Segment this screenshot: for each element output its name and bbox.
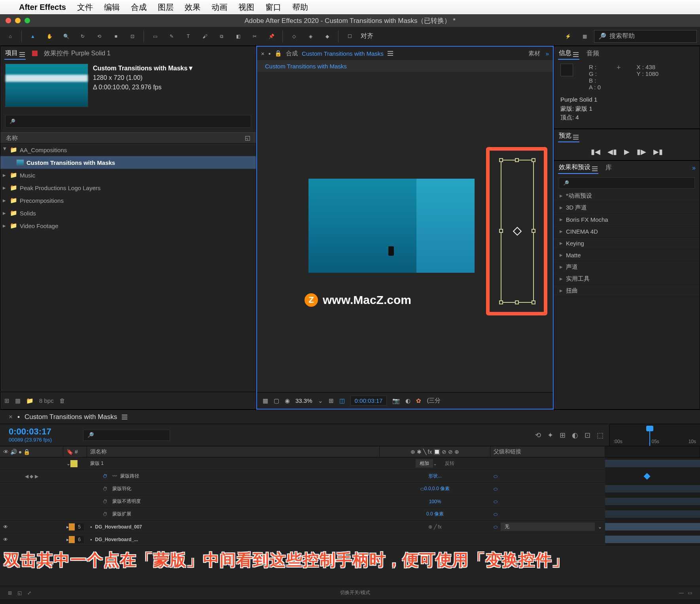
comp-title[interactable]: Custom Transitions with Masks▼ xyxy=(93,64,194,73)
orbit-tool[interactable]: ↻ xyxy=(76,29,90,43)
folder-solids[interactable]: ▸📁Solids xyxy=(0,207,256,219)
frame-blend-icon[interactable]: ⊞ xyxy=(560,431,566,440)
comp-thumbnail[interactable] xyxy=(5,64,88,107)
folder-aa-compositions[interactable]: ▸📁AA_Compositions xyxy=(0,143,256,156)
timeline-tab-name[interactable]: Custom Transitions with Masks xyxy=(25,413,117,421)
tab-info[interactable]: 信息 xyxy=(558,47,579,60)
mask-handle-top-left[interactable] xyxy=(499,158,503,162)
mask-handle-mid-left[interactable] xyxy=(499,229,503,233)
next-frame-button[interactable]: ▮▶ xyxy=(637,147,646,156)
fx-category-distort[interactable]: ▸扭曲 xyxy=(554,285,700,297)
toggle-switches-modes[interactable]: 切换开关/模式 xyxy=(340,589,370,596)
effects-menu-icon[interactable] xyxy=(592,168,598,169)
folder-music[interactable]: ▸📁Music xyxy=(0,169,256,181)
type-tool[interactable]: T xyxy=(181,29,195,43)
selection-tool[interactable]: ▲ xyxy=(26,29,40,43)
graph-editor-icon[interactable]: ⊡ xyxy=(585,431,590,440)
mask-opacity-row[interactable]: ⏱蒙版不透明度 100% ⬭ xyxy=(0,495,700,508)
info-menu-icon[interactable] xyxy=(573,54,579,55)
interpret-icon[interactable]: ⊞ xyxy=(4,397,9,404)
mask-path-row[interactable]: ◀ ◆ ▶ ⏱〰 蒙版路径 形状... ⬭ xyxy=(0,470,700,483)
mask-feather-value[interactable]: 0.0,0.0 像素 xyxy=(424,485,450,492)
col-source-name[interactable]: 源名称 xyxy=(87,446,380,457)
comp-panel-menu-icon[interactable] xyxy=(388,53,393,54)
toggle-switches-icon[interactable]: ⊞ xyxy=(8,590,12,596)
new-comp-button[interactable]: ▦ xyxy=(15,397,21,404)
zoom-out-icon[interactable]: — xyxy=(679,590,684,596)
menu-effect[interactable]: 效果 xyxy=(185,2,201,13)
search-help-input[interactable]: 🔎 搜索帮助 xyxy=(594,30,697,43)
close-timeline-tab[interactable]: × xyxy=(9,413,13,421)
stopwatch-icon[interactable]: ⏱ xyxy=(103,512,108,517)
mask-handle-top-right[interactable] xyxy=(532,158,535,162)
minimize-window-button[interactable] xyxy=(15,18,21,23)
menu-animation[interactable]: 动画 xyxy=(212,2,227,13)
zoom-caret-icon[interactable]: ⌄ xyxy=(318,397,323,404)
fx-category-utility[interactable]: ▸实用工具 xyxy=(554,273,700,285)
motion-blur-icon[interactable]: ◐ xyxy=(572,431,578,440)
stopwatch-icon[interactable]: ⏱ xyxy=(103,474,108,479)
snap-toggle[interactable]: ☐ xyxy=(342,29,357,43)
mask-handle-bottom-left[interactable] xyxy=(499,300,503,304)
play-button[interactable]: ▶ xyxy=(624,147,630,156)
mask-mode-dropdown[interactable]: 相加 xyxy=(416,459,433,468)
mask-handle-bottom-mid[interactable] xyxy=(515,300,519,304)
panel-menu-icon[interactable] xyxy=(19,54,25,55)
menu-composition[interactable]: 合成 xyxy=(131,2,147,13)
maximize-window-button[interactable] xyxy=(25,18,30,23)
current-time-display[interactable]: 0:00:03:17 xyxy=(350,396,387,406)
folder-peak-logo[interactable]: ▸📁Peak Productions Logo Layers xyxy=(0,181,256,194)
menu-help[interactable]: 帮助 xyxy=(292,2,308,13)
mask-expansion-row[interactable]: ⏱蒙版扩展 0.0 像素 ⬭ xyxy=(0,508,700,521)
mask-anchor-point[interactable] xyxy=(513,227,522,236)
camera-tool[interactable]: ■ xyxy=(109,29,123,43)
preview-menu-icon[interactable] xyxy=(573,137,579,138)
mask-path-value[interactable]: 形状... xyxy=(428,473,442,479)
roto-tool[interactable]: ✂ xyxy=(248,29,262,43)
tab-library[interactable]: 库 xyxy=(605,162,613,174)
col-parent[interactable]: 父级和链接 xyxy=(490,446,605,457)
transparency-grid-icon[interactable]: ▢ xyxy=(274,397,279,404)
project-search-input[interactable]: 🔎 xyxy=(5,115,251,128)
fx-category-matte[interactable]: ▸Matte xyxy=(554,249,700,261)
link-icon[interactable]: ⬭ xyxy=(494,486,498,492)
brush-tool[interactable]: 🖌 xyxy=(198,29,212,43)
effects-search-input[interactable]: 🔎 xyxy=(559,177,695,189)
overflow-icon[interactable]: » xyxy=(546,50,549,57)
edit-toggle-icon[interactable]: ⚡ xyxy=(561,29,575,43)
layer-6-row[interactable]: 👁▸6 ▪DG_Hoverboard_... xyxy=(0,533,700,546)
bpc-toggle[interactable]: 8 bpc xyxy=(39,397,54,404)
fx-category-presets[interactable]: ▸*动画预设 xyxy=(554,190,700,202)
workspace-icon[interactable]: ▦ xyxy=(577,29,592,43)
timeline-menu-icon[interactable] xyxy=(122,417,127,417)
pen-tool[interactable]: ✎ xyxy=(165,29,179,43)
show-channel-icon[interactable]: ◐ xyxy=(405,397,411,404)
mask-handle-bottom-right[interactable] xyxy=(532,300,535,304)
mask-opacity-value[interactable]: 100% xyxy=(429,499,441,504)
zoom-dropdown[interactable]: 33.3% xyxy=(295,397,312,404)
view-axis-icon[interactable]: ◆ xyxy=(320,29,334,43)
zoom-tool[interactable]: 🔍 xyxy=(59,29,73,43)
eraser-tool[interactable]: ◧ xyxy=(231,29,245,43)
mask-row[interactable]: ⌄ 蒙版 1 相加 ⌄反转 xyxy=(0,457,700,470)
constrain-icon[interactable]: ⬭ xyxy=(420,486,424,492)
prev-frame-button[interactable]: ◀▮ xyxy=(607,147,617,156)
tab-preview[interactable]: 预览 xyxy=(558,130,579,142)
pickwhip-icon[interactable]: ⬭ xyxy=(494,524,498,530)
comp-breadcrumb[interactable]: Custom Transitions with Masks xyxy=(257,60,553,72)
color-mgmt-icon[interactable]: ✿ xyxy=(416,397,421,404)
stopwatch-icon[interactable]: ⏱ xyxy=(103,486,108,492)
timeline-search-input[interactable] xyxy=(83,430,170,441)
composition-viewer[interactable]: Z www.MacZ.com xyxy=(257,72,553,392)
layer-5-row[interactable]: 👁▸5 ▪DG_Hoverboard_007 ⊕ ╱ fx ⬭无⌄ xyxy=(0,521,700,533)
pan-behind-tool[interactable]: ⊡ xyxy=(125,29,140,43)
mask-expansion-value[interactable]: 0.0 像素 xyxy=(426,511,444,517)
menu-layer[interactable]: 图层 xyxy=(158,2,174,13)
timeline-current-time[interactable]: 0:00:03:17 xyxy=(9,427,70,437)
first-frame-button[interactable]: ▮◀ xyxy=(591,147,600,156)
folder-precomps[interactable]: ▸📁Precompositions xyxy=(0,194,256,207)
close-comp-tab[interactable]: × xyxy=(261,50,265,57)
brainstorm-icon[interactable]: ⬚ xyxy=(597,431,604,440)
link-icon[interactable]: ⬭ xyxy=(494,512,498,517)
fx-category-channel[interactable]: ▸声道 xyxy=(554,261,700,273)
